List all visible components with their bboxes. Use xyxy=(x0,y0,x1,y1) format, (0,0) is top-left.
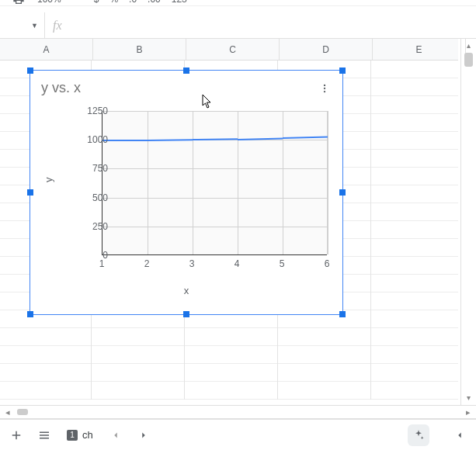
scroll-left-icon[interactable]: ◂ xyxy=(0,407,16,417)
menu-icon xyxy=(37,428,51,442)
sheet-name: ch xyxy=(82,429,93,441)
chart-xtick-label: 4 xyxy=(235,258,240,269)
chart-xtick-label: 3 xyxy=(189,258,195,269)
chart-gridline-v xyxy=(328,111,328,254)
chart-gridline-v xyxy=(283,111,283,254)
chevron-down-icon: ▼ xyxy=(31,22,38,29)
chart-ytick-label: 1250 xyxy=(61,106,108,116)
svg-point-0 xyxy=(324,85,325,86)
plus-icon xyxy=(9,428,23,442)
resize-handle-mr[interactable] xyxy=(339,189,346,196)
resize-handle-tr[interactable] xyxy=(339,68,346,74)
column-header-e[interactable]: E xyxy=(373,39,466,60)
chart-line-segment xyxy=(102,140,148,141)
toolbar-fragment: 100% $ % .0 .00 123 xyxy=(0,0,476,6)
scroll-down-icon[interactable]: ▾ xyxy=(461,391,476,405)
resize-handle-br[interactable] xyxy=(339,311,346,317)
chart-ytick-label: 1000 xyxy=(61,134,108,145)
percent-icon[interactable]: % xyxy=(109,0,118,5)
chevron-left-icon xyxy=(454,430,465,441)
decrease-decimal-icon[interactable]: .0 xyxy=(129,0,137,5)
chart-gridline-h xyxy=(102,168,327,169)
chart-gridline-v xyxy=(193,111,193,254)
add-sheet-button[interactable] xyxy=(5,424,28,447)
scroll-up-icon[interactable]: ▴ xyxy=(461,39,476,53)
chart-gridline-v xyxy=(238,111,238,254)
sheet-comment-badge: 1 xyxy=(67,430,78,441)
name-box[interactable]: ▼ xyxy=(0,12,45,39)
column-header-b[interactable]: B xyxy=(93,39,186,60)
column-header-a[interactable]: A xyxy=(0,39,93,60)
vertical-scrollbar[interactable]: ▴ ▾ xyxy=(460,39,476,405)
chart-xtick-label: 1 xyxy=(99,258,105,269)
chart-ytick-label: 250 xyxy=(61,221,108,232)
chart-plot-area xyxy=(102,111,327,255)
collapse-sidebar-button[interactable] xyxy=(448,424,471,447)
kebab-icon xyxy=(319,83,330,94)
column-header-c[interactable]: C xyxy=(186,39,280,60)
print-icon[interactable] xyxy=(11,0,26,7)
chart-xtick-label: 2 xyxy=(144,258,150,269)
chart-xtick-label: 6 xyxy=(325,258,330,269)
svg-point-2 xyxy=(324,91,325,92)
resize-handle-tl[interactable] xyxy=(27,68,33,74)
sheet-history-next[interactable] xyxy=(132,424,155,447)
sheet-history-prev[interactable] xyxy=(104,424,127,447)
sparkle-icon xyxy=(412,429,425,441)
chart-line-segment xyxy=(283,137,328,139)
chart-gridline-v xyxy=(327,111,328,254)
chart-gridline-v xyxy=(148,111,148,254)
column-header-d[interactable]: D xyxy=(280,39,373,60)
chart-y-axis-label: y xyxy=(43,178,54,183)
chart-line-segment xyxy=(148,139,193,141)
resize-handle-bm[interactable] xyxy=(183,311,189,317)
fx-label: fx xyxy=(45,19,70,33)
formula-input[interactable] xyxy=(70,12,476,38)
toolbar-zoom[interactable]: 100% xyxy=(37,0,61,5)
sheet-tab[interactable]: 1 ch xyxy=(61,424,99,447)
svg-point-1 xyxy=(324,88,325,89)
resize-handle-ml[interactable] xyxy=(27,189,33,196)
chart-x-axis-label: x xyxy=(35,285,338,296)
chart-ytick-label: 750 xyxy=(61,163,108,174)
resize-handle-bl[interactable] xyxy=(27,311,33,317)
all-sheets-button[interactable] xyxy=(33,424,56,447)
horizontal-scrollbar[interactable]: ◂ ▸ xyxy=(0,405,476,419)
chevron-right-icon xyxy=(138,430,149,441)
explore-button[interactable] xyxy=(408,424,429,446)
chart-canvas: y vs. x 025050075010001250 123456 y x xyxy=(35,75,338,310)
vertical-scrollbar-thumb[interactable] xyxy=(464,53,473,67)
chart-ytick-label: 500 xyxy=(61,192,108,203)
chart-title: y vs. x xyxy=(35,75,338,98)
formula-bar: ▼ fx xyxy=(0,12,476,39)
column-headers: A B C D E xyxy=(0,39,458,61)
chart-gridline-h xyxy=(102,111,327,112)
chart-gridline-h xyxy=(102,227,327,227)
number-format-button[interactable]: 123 xyxy=(172,0,187,5)
chart-xtick-label: 5 xyxy=(280,258,285,269)
resize-handle-tm[interactable] xyxy=(183,68,189,74)
increase-decimal-icon[interactable]: .00 xyxy=(148,0,161,5)
horizontal-scrollbar-thumb[interactable] xyxy=(17,409,28,415)
embedded-chart[interactable]: y vs. x 025050075010001250 123456 y x xyxy=(30,70,343,315)
sheet-bar: 1 ch xyxy=(0,419,476,450)
scroll-right-icon[interactable]: ▸ xyxy=(460,407,476,417)
chart-gridline-h xyxy=(102,198,327,199)
chart-menu-button[interactable] xyxy=(316,80,333,97)
currency-icon[interactable]: $ xyxy=(94,0,99,5)
chevron-left-icon xyxy=(110,430,121,441)
